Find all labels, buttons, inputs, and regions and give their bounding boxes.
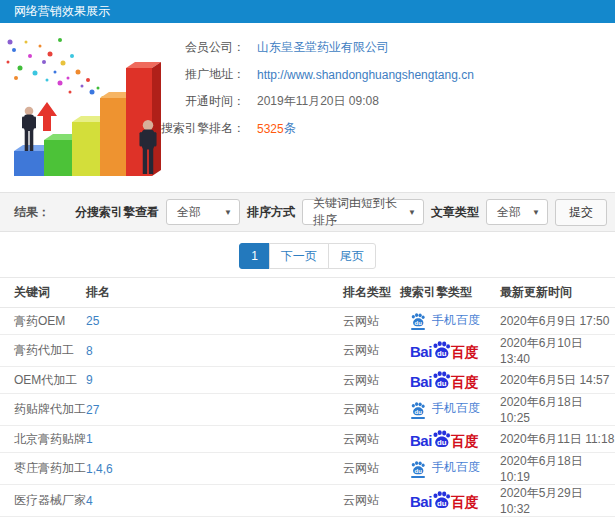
rank-link[interactable]: 9 [86, 373, 93, 387]
chevron-down-icon: ▼ [216, 208, 232, 217]
info-row-url: 推广地址： http://www.shandonghuangshengtang.… [60, 61, 474, 88]
pagination: 1 下一页 尾页 [0, 243, 615, 269]
table-row: 膏药代加工8云网站Baidu百度2020年6月10日 13:40 [0, 335, 615, 367]
svg-text:du: du [437, 379, 447, 388]
baidu-paw-icon: du [410, 461, 426, 475]
header-bar: 网络营销效果展示 [0, 0, 615, 23]
article-type-select[interactable]: 全部 ▼ [486, 199, 548, 225]
baidu-logo: Baidu百度 [400, 371, 479, 389]
table-row: OEM代加工9云网站Baidu百度2020年6月5日 14:57 [0, 367, 615, 394]
page-number-current[interactable]: 1 [239, 243, 270, 269]
mobile-baidu-link[interactable]: du手机百度 [400, 400, 480, 417]
rank-cell: 9 [86, 367, 343, 394]
baidu-paw-icon: du [431, 491, 452, 509]
article-type-label: 文章类型 [431, 204, 479, 221]
rank-link[interactable]: 1 [86, 432, 93, 446]
engine-cell: Baidu百度 [400, 485, 500, 517]
rank-link[interactable]: 25 [86, 314, 99, 328]
info-row-company: 会员公司： 山东皇圣堂药业有限公司 [60, 34, 474, 61]
rank-count-suffix[interactable]: 条 [284, 120, 296, 137]
rank-link[interactable]: 4 [86, 494, 93, 508]
info-row-rank-count: 搜索引擎排名： 5325 条 [60, 115, 474, 142]
rank-type-cell: 云网站 [343, 517, 400, 520]
rank-type-cell: 云网站 [343, 308, 400, 335]
baidu-logo-bai: Bai [410, 345, 432, 359]
engine-cell: du手机百度 [400, 453, 500, 485]
rank-link[interactable]: 1,4,6 [86, 462, 113, 476]
svg-text:du: du [415, 467, 423, 473]
keyword-cell: 膏药代加工 [0, 335, 86, 367]
rank-type-cell: 云网站 [343, 367, 400, 394]
svg-text:du: du [415, 320, 423, 326]
baidu-logo-bai: Bai [410, 375, 432, 389]
baidu-logo-bai: Bai [410, 434, 432, 448]
engine-cell: du手机百度 [400, 308, 500, 335]
company-name-link[interactable]: 山东皇圣堂药业有限公司 [257, 39, 389, 56]
table-row: 药贴牌代加工27云网站du手机百度2020年6月18日 10:25 [0, 394, 615, 426]
engine-cell: du手机百度 [400, 394, 500, 426]
table-row: 菏泽膏药厂家17云网站du手机百度2020年6月11日 11:40 [0, 517, 615, 520]
rank-cell: 25 [86, 308, 343, 335]
rank-type-cell: 云网站 [343, 453, 400, 485]
open-time-value: 2019年11月20日 09:08 [257, 93, 379, 110]
rank-link[interactable]: 27 [86, 403, 99, 417]
updated-cell: 2020年6月11日 11:18 [500, 426, 615, 453]
businessman-left [22, 107, 36, 151]
next-page-button[interactable]: 下一页 [269, 243, 329, 269]
header-engine-type: 搜索引擎类型 [400, 278, 500, 308]
engine-cell: Baidu百度 [400, 335, 500, 367]
rank-type-cell: 云网站 [343, 394, 400, 426]
header-rank-type: 排名类型 [343, 278, 400, 308]
mobile-baidu-link[interactable]: du手机百度 [400, 312, 480, 329]
table-header-row: 关键词 排名 排名类型 搜索引擎类型 最新更新时间 [0, 278, 615, 308]
rank-count-value: 5325 [257, 122, 284, 136]
page-title: 网络营销效果展示 [14, 4, 110, 18]
keyword-cell: OEM代加工 [0, 367, 86, 394]
mobile-baidu-link[interactable]: du手机百度 [400, 459, 480, 476]
svg-text:du: du [437, 349, 447, 358]
engine-filter-label: 分搜索引擎查看 [75, 204, 159, 221]
rank-type-cell: 云网站 [343, 335, 400, 367]
baidu-logo: Baidu百度 [400, 491, 479, 509]
submit-button[interactable]: 提交 [555, 199, 607, 226]
baidu-paw-icon: du [410, 402, 426, 416]
updated-cell: 2020年5月29日 10:32 [500, 485, 615, 517]
updated-cell: 2020年6月10日 13:40 [500, 335, 615, 367]
keyword-cell: 膏药OEM [0, 308, 86, 335]
chevron-down-icon: ▼ [400, 208, 416, 217]
engine-select-value: 全部 [177, 204, 201, 221]
result-label: 结果： [14, 204, 50, 221]
promo-url-label: 推广地址： [60, 66, 245, 83]
filter-controls: 分搜索引擎查看 全部 ▼ 排序方式 关键词由短到长排序 ▼ 文章类型 全部 ▼ … [75, 199, 607, 226]
rank-count-label: 搜索引擎排名： [60, 120, 245, 137]
last-page-button[interactable]: 尾页 [328, 243, 376, 269]
rank-type-cell: 云网站 [343, 485, 400, 517]
svg-text:du: du [437, 499, 447, 508]
updated-cell: 2020年6月9日 17:50 [500, 308, 615, 335]
engine-select[interactable]: 全部 ▼ [166, 199, 240, 225]
table-row: 北京膏药贴牌1云网站Baidu百度2020年6月11日 11:18 [0, 426, 615, 453]
mobile-baidu-label: 手机百度 [432, 312, 480, 329]
baidu-logo-cn: 百度 [451, 434, 479, 448]
rank-link[interactable]: 8 [86, 344, 93, 358]
baidu-logo-bai: Bai [410, 495, 432, 509]
info-row-open-time: 开通时间： 2019年11月20日 09:08 [60, 88, 474, 115]
open-time-label: 开通时间： [60, 93, 245, 110]
svg-text:du: du [415, 408, 423, 414]
baidu-paw-icon: du [431, 341, 452, 359]
sort-select[interactable]: 关键词由短到长排序 ▼ [302, 199, 424, 225]
engine-cell: du手机百度 [400, 517, 500, 520]
baidu-logo-cn: 百度 [451, 495, 479, 509]
rank-cell: 1 [86, 426, 343, 453]
promo-url-link[interactable]: http://www.shandonghuangshengtang.cn [257, 68, 474, 82]
updated-cell: 2020年6月18日 10:19 [500, 453, 615, 485]
engine-cell: Baidu百度 [400, 367, 500, 394]
header-keyword: 关键词 [0, 278, 86, 308]
baidu-logo: Baidu百度 [400, 341, 479, 359]
keyword-cell: 菏泽膏药厂家 [0, 517, 86, 520]
header-updated: 最新更新时间 [500, 278, 615, 308]
rank-cell: 8 [86, 335, 343, 367]
sort-select-value: 关键词由短到长排序 [313, 195, 400, 229]
sort-filter-label: 排序方式 [247, 204, 295, 221]
baidu-logo-cn: 百度 [451, 345, 479, 359]
